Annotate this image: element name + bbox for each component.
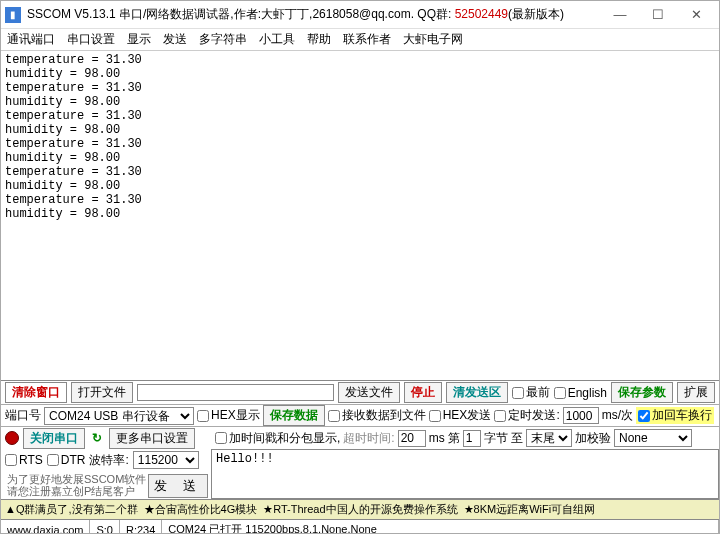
baud-label: 波特率:	[89, 452, 128, 469]
send-input[interactable]	[211, 449, 719, 499]
checksum-select[interactable]: None	[614, 429, 692, 447]
menubar: 通讯端口 串口设置 显示 发送 多字符串 小工具 帮助 联系作者 大虾电子网	[1, 29, 719, 51]
send-file-button[interactable]: 发送文件	[338, 382, 400, 403]
stop-button[interactable]: 停止	[404, 382, 442, 403]
menu-website[interactable]: 大虾电子网	[403, 31, 463, 48]
clear-send-button[interactable]: 清发送区	[446, 382, 508, 403]
timestamp-checkbox[interactable]	[215, 432, 227, 444]
interval-input[interactable]	[563, 407, 599, 424]
window-title: SSCOM V5.13.1 串口/网络数据调试器,作者:大虾丁丁,2618058…	[27, 6, 601, 23]
footer-link-wifi[interactable]: ★8KM远距离WiFi可自组网	[464, 502, 596, 517]
save-params-button[interactable]: 保存参数	[611, 382, 673, 403]
interval-unit-label: ms/次	[602, 407, 633, 424]
baud-select[interactable]: 115200	[133, 451, 199, 469]
file-path-input[interactable]	[137, 384, 334, 401]
english-label: English	[568, 386, 607, 400]
menu-tools[interactable]: 小工具	[259, 31, 295, 48]
checksum-label: 加校验	[575, 430, 611, 447]
byte-no-input[interactable]	[463, 430, 481, 447]
timer-send-checkbox[interactable]	[494, 410, 506, 422]
footer-qq-group[interactable]: ▲Q群满员了,没有第二个群	[5, 502, 138, 517]
status-received: R:234	[120, 520, 162, 534]
footer-link-4g[interactable]: ★合宙高性价比4G模块	[144, 502, 258, 517]
port-label: 端口号	[5, 407, 41, 424]
status-connection: COM24 已打开 115200bps,8,1,None,None	[162, 520, 719, 534]
titlebar: ▮ SSCOM V5.13.1 串口/网络数据调试器,作者:大虾丁丁,26180…	[1, 1, 719, 29]
save-data-button[interactable]: 保存数据	[263, 405, 325, 426]
timer-send-label: 定时发送:	[508, 407, 559, 424]
minimize-button[interactable]: —	[601, 3, 639, 27]
status-bar: www.daxia.com S:0 R:234 COM24 已打开 115200…	[1, 519, 719, 534]
close-port-button[interactable]: 关闭串口	[23, 428, 85, 449]
rts-checkbox[interactable]	[5, 454, 17, 466]
add-crlf-label: 加回车换行	[652, 407, 712, 424]
status-led-icon	[5, 431, 19, 445]
hex-display-label: HEX显示	[211, 407, 260, 424]
status-sent: S:0	[90, 520, 120, 534]
recv-to-file-label: 接收数据到文件	[342, 407, 426, 424]
topmost-checkbox[interactable]	[512, 387, 524, 399]
menu-help[interactable]: 帮助	[307, 31, 331, 48]
more-port-settings-button[interactable]: 更多串口设置	[109, 428, 195, 449]
refresh-icon[interactable]: ↻	[89, 430, 105, 446]
send-button[interactable]: 发 送	[148, 474, 208, 498]
footer-link-rtthread[interactable]: ★RT-Thread中国人的开源免费操作系统	[263, 502, 457, 517]
topmost-label: 最前	[526, 384, 550, 401]
english-checkbox[interactable]	[554, 387, 566, 399]
status-url[interactable]: www.daxia.com	[1, 520, 90, 534]
toolbar-row-1: 清除窗口 打开文件 发送文件 停止 清发送区 最前 English 保存参数 扩…	[1, 381, 719, 405]
hex-display-checkbox[interactable]	[197, 410, 209, 422]
port-select[interactable]: COM24 USB 串行设备	[44, 407, 194, 425]
dtr-label: DTR	[61, 453, 86, 467]
open-file-button[interactable]: 打开文件	[71, 382, 133, 403]
menu-send[interactable]: 发送	[163, 31, 187, 48]
menu-port[interactable]: 通讯端口	[7, 31, 55, 48]
byte-no-label: 第	[448, 430, 460, 447]
timestamp-label: 加时间戳和分包显示,	[229, 430, 340, 447]
rts-label: RTS	[19, 453, 43, 467]
byte-to-label: 字节 至	[484, 430, 523, 447]
terminal-output[interactable]: temperature = 31.30 humidity = 98.00 tem…	[1, 51, 719, 381]
add-crlf-checkbox[interactable]	[638, 410, 650, 422]
toolbar-row-3-4: 关闭串口 ↻ 更多串口设置 RTS DTR 波特率: 115200 为了更好地发…	[1, 427, 719, 499]
hex-send-label: HEX发送	[443, 407, 492, 424]
menu-serial-settings[interactable]: 串口设置	[67, 31, 115, 48]
maximize-button[interactable]: ☐	[639, 3, 677, 27]
footer-links: ▲Q群满员了,没有第二个群 ★合宙高性价比4G模块 ★RT-Thread中国人的…	[1, 499, 719, 519]
hex-send-checkbox[interactable]	[429, 410, 441, 422]
menu-contact[interactable]: 联系作者	[343, 31, 391, 48]
close-button[interactable]: ✕	[677, 3, 715, 27]
toolbar-row-2: 端口号 COM24 USB 串行设备 HEX显示 保存数据 接收数据到文件 HE…	[1, 405, 719, 427]
menu-multistring[interactable]: 多字符串	[199, 31, 247, 48]
timeout-input[interactable]	[398, 430, 426, 447]
end-select[interactable]: 末尾	[526, 429, 572, 447]
clear-window-button[interactable]: 清除窗口	[5, 382, 67, 403]
timeout-label: 超时时间:	[343, 430, 394, 447]
dtr-checkbox[interactable]	[47, 454, 59, 466]
ms-label: ms	[429, 431, 445, 445]
menu-display[interactable]: 显示	[127, 31, 151, 48]
app-icon: ▮	[5, 7, 21, 23]
recv-to-file-checkbox[interactable]	[328, 410, 340, 422]
expand-button[interactable]: 扩展	[677, 382, 715, 403]
